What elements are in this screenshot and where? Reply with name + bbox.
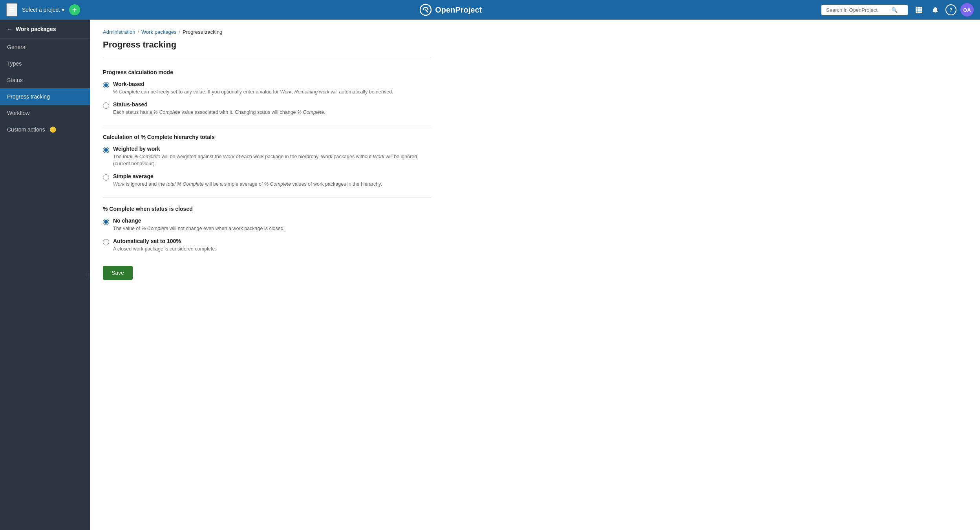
svg-rect-2: [918, 7, 920, 9]
hierarchy-totals-title: Calculation of % Complete hierarchy tota…: [103, 134, 431, 140]
status-based-radio[interactable]: [103, 102, 109, 109]
svg-rect-8: [918, 11, 920, 13]
notifications-button[interactable]: [929, 4, 942, 16]
sidebar-back-button[interactable]: ← Work packages: [0, 20, 90, 39]
sidebar-item-label: Custom actions: [7, 126, 45, 133]
no-change-description: The value of % Complete will not change …: [113, 225, 285, 232]
breadcrumb: Administration / Work packages / Progres…: [103, 29, 431, 35]
work-based-radio[interactable]: [103, 82, 109, 88]
set-to-100-label-group: Automatically set to 100% A closed work …: [113, 238, 216, 253]
top-navigation: ☰ Select a project ▾ + OpenProject 🔍 ? O…: [0, 0, 980, 20]
set-to-100-option: Automatically set to 100% A closed work …: [103, 238, 431, 253]
simple-average-label[interactable]: Simple average: [113, 173, 382, 179]
svg-rect-1: [916, 7, 918, 9]
main-layout: ← Work packages General Types Status Pro…: [0, 20, 980, 530]
set-to-100-radio[interactable]: [103, 239, 109, 245]
simple-average-option: Simple average Work is ignored and the t…: [103, 173, 431, 188]
avatar-initials: OA: [963, 7, 971, 13]
sidebar-resizer[interactable]: ||: [86, 272, 89, 278]
no-change-label-group: No change The value of % Complete will n…: [113, 217, 285, 232]
weighted-by-work-description: The total % Complete will be weighted ag…: [113, 153, 431, 168]
app-logo: OpenProject: [85, 4, 817, 16]
page-title: Progress tracking: [103, 40, 431, 50]
breadcrumb-sep-1: /: [137, 29, 139, 35]
sidebar-item-status[interactable]: Status: [0, 72, 90, 88]
status-based-description: Each status has a % Complete value assoc…: [113, 109, 325, 116]
status-closed-section: % Complete when status is closed No chan…: [103, 206, 431, 253]
avatar[interactable]: OA: [960, 3, 974, 16]
no-change-label[interactable]: No change: [113, 217, 285, 224]
sidebar-item-general[interactable]: General: [0, 39, 90, 55]
hierarchy-totals-section: Calculation of % Complete hierarchy tota…: [103, 134, 431, 188]
progress-calculation-section: Progress calculation mode Work-based % C…: [103, 69, 431, 116]
svg-rect-9: [920, 11, 922, 13]
status-closed-title: % Complete when status is closed: [103, 206, 431, 212]
sidebar: ← Work packages General Types Status Pro…: [0, 20, 90, 530]
topnav-icons: ? OA: [912, 3, 974, 16]
project-select-label: Select a project: [22, 7, 60, 13]
search-box[interactable]: 🔍: [821, 5, 908, 15]
hamburger-menu-button[interactable]: ☰: [6, 3, 17, 16]
status-based-label[interactable]: Status-based: [113, 101, 325, 108]
simple-average-description: Work is ignored and the total % Complete…: [113, 181, 382, 188]
breadcrumb-current: Progress tracking: [183, 29, 222, 35]
logo-text: OpenProject: [435, 5, 482, 15]
logo-icon: [419, 4, 432, 16]
main-content: Administration / Work packages / Progres…: [90, 20, 980, 530]
breadcrumb-sep-2: /: [179, 29, 180, 35]
save-button[interactable]: Save: [103, 266, 133, 280]
work-based-option: Work-based % Complete can be freely set …: [103, 81, 431, 96]
status-based-option: Status-based Each status has a % Complet…: [103, 101, 431, 116]
simple-average-radio[interactable]: [103, 174, 109, 181]
set-to-100-label[interactable]: Automatically set to 100%: [113, 238, 216, 244]
sidebar-item-label: Progress tracking: [7, 93, 50, 100]
weighted-by-work-label-group: Weighted by work The total % Complete wi…: [113, 146, 431, 168]
sidebar-back-label: Work packages: [16, 26, 56, 32]
custom-actions-icon: 🪙: [49, 126, 56, 133]
sidebar-item-label: General: [7, 44, 27, 50]
chevron-down-icon: ▾: [62, 7, 64, 13]
breadcrumb-admin-link[interactable]: Administration: [103, 29, 135, 35]
project-select[interactable]: Select a project ▾: [22, 7, 64, 13]
no-change-radio[interactable]: [103, 219, 109, 225]
work-based-label[interactable]: Work-based: [113, 81, 393, 87]
work-based-label-group: Work-based % Complete can be freely set …: [113, 81, 393, 96]
search-input[interactable]: [826, 7, 889, 13]
add-button[interactable]: +: [69, 4, 80, 15]
section-divider-2: [103, 197, 431, 198]
sidebar-item-progress-tracking[interactable]: Progress tracking: [0, 88, 90, 105]
set-to-100-description: A closed work package is considered comp…: [113, 245, 216, 253]
svg-rect-7: [916, 11, 918, 13]
sidebar-item-types[interactable]: Types: [0, 55, 90, 72]
back-arrow-icon: ←: [7, 26, 13, 32]
sidebar-item-label: Status: [7, 77, 23, 83]
svg-rect-4: [916, 9, 918, 11]
sidebar-item-custom-actions[interactable]: Custom actions 🪙: [0, 121, 90, 138]
work-based-description: % Complete can be freely set to any valu…: [113, 88, 393, 96]
weighted-by-work-label[interactable]: Weighted by work: [113, 146, 431, 152]
no-change-option: No change The value of % Complete will n…: [103, 217, 431, 232]
calculation-mode-title: Progress calculation mode: [103, 69, 431, 75]
svg-rect-3: [920, 7, 922, 9]
help-button[interactable]: ?: [945, 4, 956, 15]
weighted-by-work-radio[interactable]: [103, 147, 109, 153]
modules-button[interactable]: [912, 4, 925, 16]
page-divider: [103, 58, 431, 58]
section-divider-1: [103, 126, 431, 126]
weighted-by-work-option: Weighted by work The total % Complete wi…: [103, 146, 431, 168]
svg-rect-5: [918, 9, 920, 11]
breadcrumb-workpackages-link[interactable]: Work packages: [141, 29, 176, 35]
sidebar-item-label: Types: [7, 60, 22, 67]
status-based-label-group: Status-based Each status has a % Complet…: [113, 101, 325, 116]
search-icon: 🔍: [891, 7, 898, 13]
sidebar-item-label: Workflow: [7, 110, 29, 116]
sidebar-item-workflow[interactable]: Workflow: [0, 105, 90, 121]
svg-rect-6: [920, 9, 922, 11]
simple-average-label-group: Simple average Work is ignored and the t…: [113, 173, 382, 188]
